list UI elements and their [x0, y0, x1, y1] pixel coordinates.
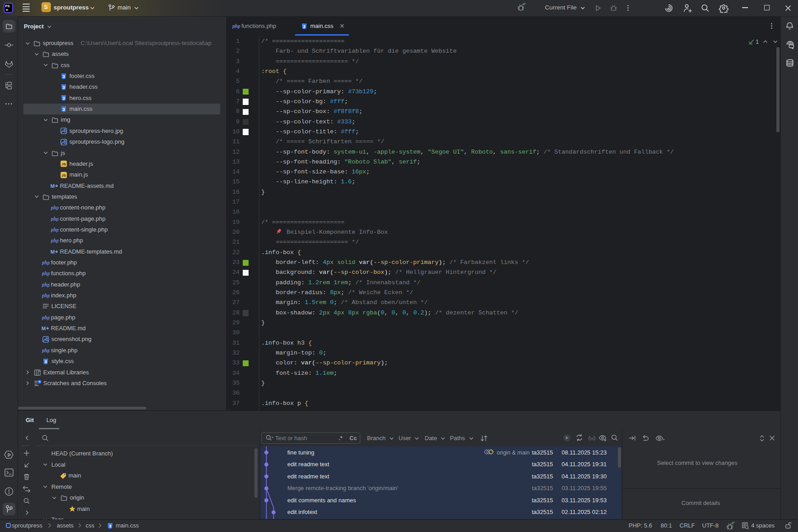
svg-text:3: 3 — [109, 523, 111, 528]
